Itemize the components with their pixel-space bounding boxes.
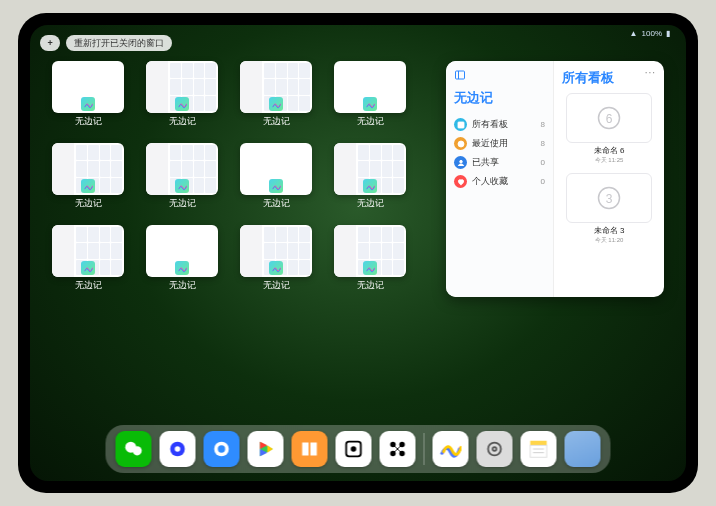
dock-app-wechat[interactable] (116, 431, 152, 467)
freeform-app-icon (363, 97, 377, 111)
battery-label: 100% (642, 29, 662, 38)
sidebar-item-label: 已共享 (472, 156, 499, 169)
freeform-app-icon (363, 179, 377, 193)
freeform-app-icon (363, 261, 377, 275)
window-thumbnail[interactable]: 无边记 (52, 143, 124, 219)
panel-main: 所有看板 6未命名 6今天 11:253未命名 3今天 11:20 (554, 61, 664, 297)
svg-rect-32 (530, 445, 547, 457)
board-name: 未命名 3 (566, 225, 652, 236)
svg-point-30 (493, 447, 497, 451)
window-thumbnail[interactable]: 无边记 (52, 225, 124, 301)
freeform-app-icon (269, 261, 283, 275)
reopen-closed-window-button[interactable]: 重新打开已关闭的窗口 (66, 35, 172, 51)
clock-icon (454, 137, 467, 150)
dock-app-books[interactable] (292, 431, 328, 467)
dock-divider (424, 433, 425, 465)
panel-section-title: 所有看板 (562, 69, 656, 87)
thumbnail-label: 无边记 (263, 197, 290, 210)
svg-point-22 (352, 447, 356, 451)
thumbnail-label: 无边记 (75, 115, 102, 128)
window-thumbnail[interactable]: 无边记 (146, 61, 218, 137)
dock-app-quark[interactable] (160, 431, 196, 467)
board-preview: 3 (566, 173, 652, 223)
screen: ▲ 100% ▮ + 重新打开已关闭的窗口 无边记无边记无边记无边记无边记无边记… (30, 25, 686, 481)
sidebar-item-layout[interactable]: 所有看板8 (454, 115, 545, 134)
sidebar-item-label: 最近使用 (472, 137, 508, 150)
board-name: 未命名 6 (566, 145, 652, 156)
freeform-app-icon (269, 179, 283, 193)
window-thumbnail[interactable]: 无边记 (334, 61, 406, 137)
panel-app-title: 无边记 (454, 89, 545, 107)
sidebar-item-count: 8 (541, 120, 545, 129)
top-buttons: + 重新打开已关闭的窗口 (40, 35, 172, 51)
dock-app-notes[interactable] (521, 431, 557, 467)
dock-app-folder[interactable] (565, 431, 601, 467)
window-thumbnail[interactable]: 无边记 (240, 61, 312, 137)
freeform-app-icon (175, 97, 189, 111)
status-bar: ▲ 100% ▮ (630, 29, 670, 38)
freeform-app-icon (81, 97, 95, 111)
freeform-panel[interactable]: ··· 无边记 所有看板8最近使用8已共享0个人收藏0 所有看板 6未命名 6今… (446, 61, 664, 297)
svg-marker-20 (267, 445, 273, 452)
dock-app-dice[interactable] (336, 431, 372, 467)
thumbnail-label: 无边记 (169, 279, 196, 292)
panel-sidebar: 无边记 所有看板8最近使用8已共享0个人收藏0 (446, 61, 554, 297)
dock (106, 425, 611, 473)
freeform-app-icon (269, 97, 283, 111)
svg-rect-2 (458, 122, 464, 128)
ipad-frame: ▲ 100% ▮ + 重新打开已关闭的窗口 无边记无边记无边记无边记无边记无边记… (18, 13, 698, 493)
board-timestamp: 今天 11:25 (566, 156, 652, 165)
window-thumbnail[interactable]: 无边记 (146, 225, 218, 301)
window-thumbnail[interactable]: 无边记 (334, 143, 406, 219)
workspace: 无边记无边记无边记无边记无边记无边记无边记无边记无边记无边记无边记无边记 ···… (52, 61, 664, 423)
person-icon (454, 156, 467, 169)
sidebar-item-heart[interactable]: 个人收藏0 (454, 172, 545, 191)
board-card[interactable]: 3未命名 3今天 11:20 (566, 173, 652, 245)
heart-icon (454, 175, 467, 188)
sidebar-item-label: 所有看板 (472, 118, 508, 131)
sidebar-item-count: 0 (541, 177, 545, 186)
window-thumbnail[interactable]: 无边记 (240, 225, 312, 301)
svg-point-14 (175, 446, 181, 452)
svg-point-6 (459, 160, 462, 163)
dock-app-hex[interactable] (380, 431, 416, 467)
svg-text:6: 6 (606, 112, 613, 126)
sidebar-item-label: 个人收藏 (472, 175, 508, 188)
window-thumbnails-grid: 无边记无边记无边记无边记无边记无边记无边记无边记无边记无边记无边记无边记 (52, 61, 406, 423)
svg-point-16 (218, 445, 225, 452)
window-thumbnail[interactable]: 无边记 (240, 143, 312, 219)
svg-point-12 (133, 446, 142, 455)
thumbnail-label: 无边记 (75, 197, 102, 210)
svg-rect-0 (456, 71, 465, 79)
window-thumbnail[interactable]: 无边记 (334, 225, 406, 301)
sidebar-item-person[interactable]: 已共享0 (454, 153, 545, 172)
svg-text:3: 3 (606, 192, 613, 206)
sidebar-toggle-icon[interactable] (454, 69, 545, 83)
dock-app-freeform[interactable] (433, 431, 469, 467)
dock-app-play[interactable] (248, 431, 284, 467)
layout-icon (454, 118, 467, 131)
freeform-app-icon (175, 261, 189, 275)
thumbnail-label: 无边记 (263, 115, 290, 128)
window-thumbnail[interactable]: 无边记 (52, 61, 124, 137)
wifi-icon: ▲ (630, 29, 638, 38)
thumbnail-label: 无边记 (169, 115, 196, 128)
freeform-app-icon (81, 179, 95, 193)
svg-point-29 (488, 443, 501, 456)
thumbnail-label: 无边记 (357, 115, 384, 128)
sidebar-item-clock[interactable]: 最近使用8 (454, 134, 545, 153)
thumbnail-label: 无边记 (75, 279, 102, 292)
battery-icon: ▮ (666, 29, 670, 38)
window-thumbnail[interactable]: 无边记 (146, 143, 218, 219)
new-window-button[interactable]: + (40, 35, 60, 51)
freeform-app-icon (175, 179, 189, 193)
thumbnail-label: 无边记 (357, 197, 384, 210)
sidebar-item-count: 0 (541, 158, 545, 167)
board-preview: 6 (566, 93, 652, 143)
board-card[interactable]: 6未命名 6今天 11:25 (566, 93, 652, 165)
thumbnail-label: 无边记 (357, 279, 384, 292)
dock-app-settings[interactable] (477, 431, 513, 467)
thumbnail-label: 无边记 (169, 197, 196, 210)
dock-app-qqbrowser[interactable] (204, 431, 240, 467)
thumbnail-label: 无边记 (263, 279, 290, 292)
